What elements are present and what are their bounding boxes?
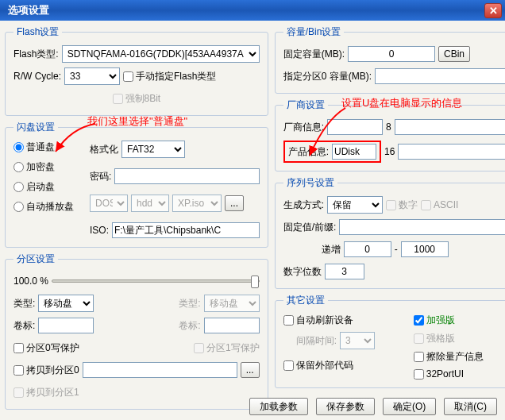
ok-button[interactable]: 确定(O) [383,398,436,415]
ascii-checkbox: ASCII [421,199,458,210]
p0-cap-label: 指定分区0 容量(MB): [283,70,372,83]
copy-p0-checkbox[interactable]: 拷贝到分区0 [13,364,79,377]
boot-a-select: DOS [90,195,128,212]
serial-group: 序列号设置 生成方式: 保留 数字 ASCII 固定值/前缀: 递增 - [275,176,505,289]
digits-label: 数字位数 [283,265,322,279]
p0-cap-input[interactable] [375,68,505,84]
boot-b-select: hdd [131,195,169,212]
flash-group: Flash设置 Flash类型: SDTNQFAMA-016G(7DDK)[45… [5,25,268,116]
partition-slider[interactable] [52,279,260,283]
flash-legend: Flash设置 [13,25,62,39]
ptype0-select[interactable]: 移动盘 [38,295,94,312]
vendor-n1: 8 [386,121,391,133]
fixed-sn-input[interactable] [339,219,505,235]
flash-type-label: Flash类型: [13,48,59,61]
erase-mp-checkbox[interactable]: 擦除量产信息 [414,350,505,364]
other-group: 其它设置 自动刷新设备 间隔时间: 3 保留外部代码 加强版 强格版 擦除量产 [275,294,505,388]
gen-label: 生成方式: [283,198,324,212]
enhanced-checkbox[interactable]: 加强版 [414,314,505,327]
fixed-cap-label: 固定容量(MB): [283,48,345,61]
inc-label: 递增 [283,243,341,256]
right-column: 容量/Bin设置 固定容量(MB): CBin 指定分区0 容量(MB): 厂商… [275,25,505,387]
password-label: 密码: [90,170,111,183]
vol0-input[interactable] [38,318,94,333]
ptype1-select: 移动盘 [204,295,260,312]
partition-legend: 分区设置 [13,252,58,266]
fixed-sn-label: 固定值/前缀: [283,221,337,234]
inc-to-input[interactable] [401,241,449,257]
rw-cycle-select[interactable]: 33 [64,67,120,85]
other-legend: 其它设置 [283,294,328,307]
cbin-button[interactable]: CBin [438,46,470,62]
load-button[interactable]: 加载参数 [249,398,308,415]
window-title: 选项设置 [8,3,484,17]
iso-label: ISO: [90,225,109,236]
interval-label: 间隔时间: [296,334,337,348]
strongfmt-checkbox: 强格版 [414,332,505,345]
partition-group: 分区设置 100.0 % 类型: 移动盘 类型: 移动盘 卷标: 卷标: [5,252,268,410]
flash-type-select[interactable]: SDTNQFAMA-016G(7DDK)[453AA4937A [62,45,260,63]
num-checkbox: 数字 [386,198,418,212]
product-label: 产品信息: [288,145,329,159]
format-label: 格式化 [90,143,118,156]
titlebar: 选项设置 ✕ [0,0,505,21]
close-icon[interactable]: ✕ [484,3,502,18]
ptype0-label: 类型: [13,297,35,310]
ptype1-label: 类型: [179,297,200,310]
keep-ext-checkbox[interactable]: 保留外部代码 [283,359,406,372]
product-input[interactable] [332,144,376,160]
product-highlight: 产品信息: [283,141,381,163]
format-select[interactable]: FAT32 [121,141,185,158]
radio-boot[interactable]: 启动盘 [13,180,83,194]
auto-refresh-checkbox[interactable]: 自动刷新设备 [283,314,406,327]
boot-browse-button[interactable]: ... [225,195,244,211]
capacity-legend: 容量/Bin设置 [283,25,345,39]
iso-input[interactable] [112,222,260,238]
copy-p0-browse[interactable]: ... [241,362,260,378]
vol1-input [204,318,260,333]
disk-group: 闪盘设置 普通盘 加密盘 启动盘 自动播放盘 格式化 FAT32 [5,121,268,248]
capacity-group: 容量/Bin设置 固定容量(MB): CBin 指定分区0 容量(MB): [275,25,505,94]
footer-buttons: 加载参数 保存参数 确定(O) 取消(C) [249,398,497,415]
product-n1: 16 [384,146,395,157]
radio-encrypt[interactable]: 加密盘 [13,160,83,174]
radio-autoplay[interactable]: 自动播放盘 [13,200,83,214]
left-column: Flash设置 Flash类型: SDTNQFAMA-016G(7DDK)[45… [5,25,268,387]
vendor-legend: 厂商设置 [283,98,328,112]
cancel-button[interactable]: 取消(C) [444,398,497,415]
save-button[interactable]: 保存参数 [316,398,375,415]
radio-normal[interactable]: 普通盘 [13,141,83,154]
vendor-info-label: 厂商信息: [283,121,324,134]
product-input2[interactable] [398,144,505,160]
password-input[interactable] [114,168,259,184]
vendor-info-input[interactable] [327,119,383,135]
interval-select: 3 [340,332,375,349]
gen-select[interactable]: 保留 [327,196,383,214]
force-8bit-checkbox: 强制8Bit [113,92,161,106]
copy-p1-checkbox: 拷贝到分区1 [13,386,79,399]
vendor-group: 厂商设置 厂商信息: 8 30 产品信息: 16 30 [275,98,505,171]
fixed-cap-input[interactable] [348,46,435,62]
partition-percent: 100.0 % [13,276,48,287]
client-area: 我们这里选择"普通盘" 设置U盘在电脑显示的信息 Flash设置 Flash类型… [0,21,505,420]
p1-wp-checkbox: 分区1写保护 [194,341,260,355]
manual-flash-checkbox[interactable]: 手动指定Flash类型 [123,70,216,83]
rw-cycle-label: R/W Cycle: [13,71,61,82]
boot-c-select: XP.iso [172,195,222,212]
vol0-label: 卷标: [13,319,35,333]
p0-wp-checkbox[interactable]: 分区0写保护 [13,341,79,355]
vendor-info-input2[interactable] [395,119,505,135]
serial-legend: 序列号设置 [283,176,337,190]
inc-dash: - [395,244,398,255]
vol1-label: 卷标: [179,319,200,333]
digits-input[interactable] [325,264,364,279]
disk-legend: 闪盘设置 [13,121,58,134]
port32-checkbox[interactable]: 32PortUI [414,368,505,380]
copy-p0-input[interactable] [83,362,237,378]
inc-from-input[interactable] [344,241,391,257]
